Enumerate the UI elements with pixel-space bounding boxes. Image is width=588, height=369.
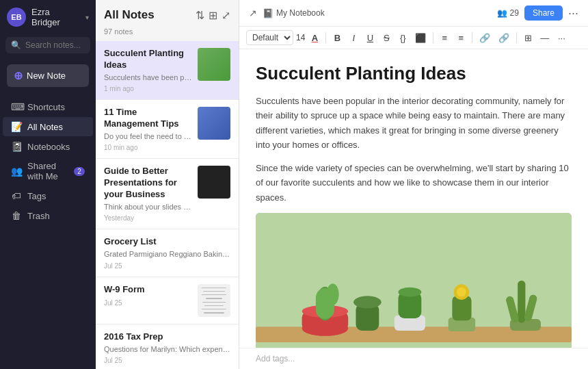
note-item[interactable]: Succulent Planting Ideas Succulents have… [96, 41, 239, 100]
svg-rect-16 [518, 281, 525, 323]
tags-placeholder: Add tags... [256, 354, 295, 364]
note-list-panel: All Notes ⇅ ⊞ ⤢ 97 notes Succulent Plant… [96, 0, 239, 369]
search-icon: 🔍 [11, 40, 21, 50]
svg-point-20 [353, 296, 382, 308]
note-text: Succulent Planting Ideas Succulents have… [104, 48, 192, 92]
style-select[interactable]: Default [246, 30, 293, 45]
people-icon: 👥 [497, 8, 507, 18]
tags-bar[interactable]: Add tags... [239, 348, 588, 369]
font-size-display[interactable]: 14 [296, 33, 305, 42]
note-title: Guide to Better Presentations for your B… [104, 166, 192, 201]
link2-button[interactable]: 🔗 [496, 31, 512, 44]
note-item[interactable]: 2016 Tax Prep Questions for Marilyn: Whi… [96, 325, 239, 369]
strikethrough-button[interactable]: S [379, 31, 393, 44]
note-preview: Think about your slides when... [104, 202, 192, 212]
editor-content[interactable]: Succulent Planting Ideas Succulents have… [239, 49, 588, 348]
note-title: Grocery List [104, 236, 230, 248]
note-preview: Succulents have been popular in the inte… [104, 73, 192, 83]
svg-point-10 [398, 288, 421, 297]
note-time: Jul 25 [104, 299, 192, 307]
note-text: W-9 Form Jul 25 [104, 284, 192, 317]
sort-icon[interactable]: ⇅ [196, 9, 204, 22]
note-text: 2016 Tax Prep Questions for Marilyn: Whi… [104, 331, 230, 364]
note-time: 1 min ago [104, 85, 192, 92]
note-time: Jul 25 [104, 357, 230, 364]
code-button[interactable]: {} [396, 31, 410, 44]
more-options-button[interactable]: ··· [568, 6, 578, 21]
font-color-button[interactable]: A [308, 31, 321, 44]
note-item[interactable]: Grocery List Grated Parmigiano Reggiano … [96, 229, 239, 277]
editor-format-bar: Default 14 A B I U S {} ⬛ ≡ ≡ 🔗 🔗 ⊞ — ··… [239, 27, 588, 49]
more-format-button[interactable]: ··· [554, 31, 568, 44]
note-text: Grocery List Grated Parmigiano Reggiano … [104, 236, 230, 269]
note-title: W-9 Form [104, 284, 192, 296]
sidebar-user-header[interactable]: EB Ezra Bridger ▾ [0, 0, 96, 34]
note-count: 97 notes [96, 27, 239, 41]
share-button[interactable]: Share [524, 5, 563, 21]
notes-icon: 📝 [11, 121, 22, 132]
collab-count[interactable]: 👥 29 [497, 8, 519, 18]
divider [516, 32, 517, 43]
search-input[interactable] [25, 40, 85, 50]
italic-button[interactable]: I [347, 31, 360, 44]
sidebar-item-shared[interactable]: 👥 Shared with Me 2 [3, 157, 93, 186]
svg-point-14 [457, 288, 466, 297]
sidebar-item-notebooks[interactable]: 📓 Notebooks [3, 137, 93, 156]
shared-badge: 2 [74, 167, 85, 176]
note-preview: Questions for Marilyn: Which expenses ca… [104, 344, 230, 355]
underline-button[interactable]: U [363, 31, 377, 44]
divider [472, 32, 472, 43]
cursor-tool-icon[interactable]: ↗ [249, 8, 257, 18]
sidebar-item-tags[interactable]: 🏷 Tags [3, 186, 93, 205]
notebook-icon: 📓 [263, 8, 273, 18]
shortcuts-icon: ⌨ [11, 101, 22, 112]
note-title: 11 Time Management Tips [104, 107, 192, 130]
note-preview: Do you feel the need to be more organize… [104, 131, 192, 142]
editor-panel: ↗ 📓 My Notebook 👥 29 Share ··· Default 1… [239, 0, 588, 369]
note-title: 2016 Tax Prep [104, 331, 230, 343]
shared-icon: 👥 [11, 166, 22, 177]
plus-icon: ⊕ [14, 69, 23, 82]
note-thumbnail [198, 107, 230, 140]
sidebar-item-trash[interactable]: 🗑 Trash [3, 206, 93, 225]
doc-paragraph-2: Since the wide variety of species can be… [256, 161, 572, 205]
username-label: Ezra Bridger [31, 7, 80, 27]
chevron-down-icon: ▾ [85, 14, 89, 21]
sidebar-item-all-notes[interactable]: 📝 All Notes [3, 117, 93, 136]
tags-icon: 🏷 [11, 190, 22, 201]
note-text: 11 Time Management Tips Do you feel the … [104, 107, 192, 151]
highlight-button[interactable]: ⬛ [412, 31, 429, 44]
note-time: 10 min ago [104, 144, 192, 151]
expand-icon[interactable]: ⤢ [222, 9, 230, 22]
note-item[interactable]: Guide to Better Presentations for your B… [96, 159, 239, 229]
notebook-label[interactable]: 📓 My Notebook [263, 8, 325, 18]
notebooks-icon: 📓 [11, 141, 22, 152]
note-thumbnail [198, 284, 230, 317]
note-text: Guide to Better Presentations for your B… [104, 166, 192, 222]
editor-top-toolbar: ↗ 📓 My Notebook 👥 29 Share ··· [239, 0, 588, 27]
bold-button[interactable]: B [330, 31, 344, 44]
note-item[interactable]: 11 Time Management Tips Do you feel the … [96, 100, 239, 159]
note-time: Yesterday [104, 214, 192, 222]
numbered-list-button[interactable]: ≡ [454, 31, 468, 44]
new-note-button[interactable]: ⊕ New Note [7, 64, 89, 87]
divider [433, 32, 433, 43]
bullet-list-button[interactable]: ≡ [438, 31, 451, 44]
doc-body: Succulents have been popular in the inte… [256, 94, 572, 205]
svg-point-7 [327, 283, 339, 305]
doc-title: Succulent Planting Ideas [256, 63, 572, 84]
search-bar[interactable]: 🔍 [5, 37, 90, 53]
sidebar-nav: ⌨ Shortcuts 📝 All Notes 📓 Notebooks 👥 Sh… [0, 97, 96, 226]
note-list-toolbar: ⇅ ⊞ ⤢ [196, 9, 230, 22]
table-button[interactable]: ⊞ [521, 31, 535, 44]
avatar: EB [7, 8, 26, 27]
note-item[interactable]: W-9 Form Jul 25 [96, 277, 239, 325]
divider [325, 32, 326, 43]
sidebar-item-shortcuts[interactable]: ⌨ Shortcuts [3, 97, 93, 116]
note-list-header: All Notes ⇅ ⊞ ⤢ [96, 0, 239, 27]
doc-image [256, 213, 572, 348]
link-button[interactable]: 🔗 [477, 31, 493, 44]
hr-button[interactable]: — [537, 31, 552, 44]
view-grid-icon[interactable]: ⊞ [209, 9, 217, 22]
note-thumbnail [198, 48, 230, 81]
